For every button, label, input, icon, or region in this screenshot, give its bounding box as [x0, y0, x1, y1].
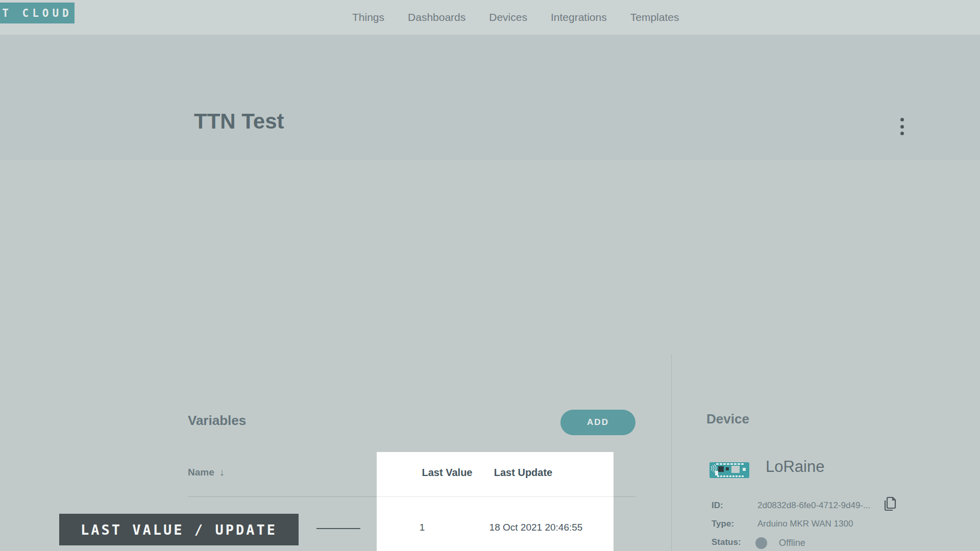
panel-divider	[671, 355, 672, 551]
sort-descending-icon: ↓	[219, 466, 225, 478]
nav-item-integrations[interactable]: Integrations	[551, 11, 607, 23]
nav-item-things[interactable]: Things	[352, 11, 384, 23]
tutorial-spotlight: Last Value Last Update 1 18 Oct 2021 20:…	[377, 452, 614, 551]
device-id-label: ID:	[712, 500, 723, 511]
status-offline-dot	[755, 537, 767, 549]
table-row-divider	[377, 496, 614, 497]
iot-cloud-logo[interactable]: T CLOUD	[0, 3, 75, 23]
page-header: TTN Test Setup Sketch Serial Monitor	[0, 35, 980, 160]
device-name: LoRaine	[766, 458, 824, 476]
device-type-label: Type:	[712, 519, 734, 529]
main-content: Variables ADD Name ↓ Last Value Last Upd…	[0, 160, 980, 551]
logo-text: T CLOUD	[2, 7, 72, 19]
device-heading: Device	[706, 411, 749, 427]
add-variable-button[interactable]: ADD	[560, 410, 635, 435]
last-value-cell: 1	[386, 522, 458, 533]
page-title: TTN Test	[194, 109, 284, 134]
name-column-header[interactable]: Name ↓	[188, 466, 225, 478]
kebab-menu-icon[interactable]	[897, 118, 906, 135]
device-status-value: Offline	[779, 538, 805, 548]
device-board-image	[709, 462, 750, 479]
copy-id-icon[interactable]	[881, 496, 898, 513]
main-nav: Things Dashboards Devices Integrations T…	[352, 0, 679, 35]
tutorial-tooltip: LAST VALUE / UPDATE	[59, 514, 299, 545]
last-update-cell: 18 Oct 2021 20:46:55	[475, 522, 597, 533]
tooltip-leader-line	[316, 528, 360, 529]
variables-heading: Variables	[188, 413, 246, 429]
last-value-column-header: Last Value	[411, 467, 483, 479]
device-id-value: 2d0832d8-6fe0-4712-9d49-...	[757, 500, 870, 511]
device-status-label: Status:	[712, 537, 741, 547]
nav-item-dashboards[interactable]: Dashboards	[408, 11, 465, 23]
tutorial-tooltip-label: LAST VALUE / UPDATE	[81, 522, 277, 538]
nav-item-templates[interactable]: Templates	[630, 11, 679, 23]
last-update-column-header: Last Update	[487, 467, 559, 479]
nav-item-devices[interactable]: Devices	[489, 11, 527, 23]
name-column-label: Name	[188, 467, 214, 478]
top-nav-bar: T CLOUD Things Dashboards Devices Integr…	[0, 0, 980, 35]
device-type-value: Arduino MKR WAN 1300	[757, 519, 853, 529]
